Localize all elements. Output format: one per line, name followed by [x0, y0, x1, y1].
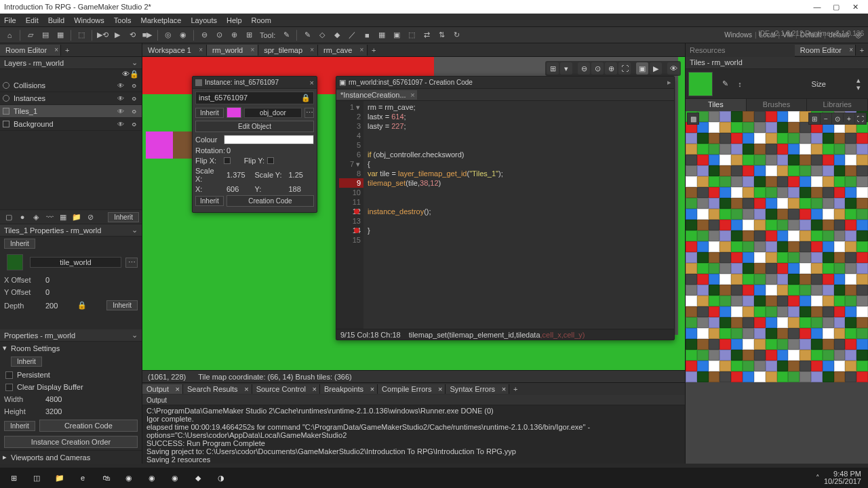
zoom-out-icon[interactable]: − — [821, 113, 831, 124]
zoom-out-icon[interactable]: ⊖ — [197, 28, 211, 42]
tab-breakpoints[interactable]: Breakpoints× — [320, 384, 378, 394]
edit-object-button[interactable]: Edit Object — [195, 121, 314, 132]
room-width-value[interactable]: 4800 — [45, 395, 62, 403]
lock-icon[interactable]: 🔒 — [77, 301, 87, 310]
file-explorer-icon[interactable]: 📁 — [49, 469, 71, 487]
select-icon[interactable]: ▦ — [375, 28, 389, 42]
add-tab-icon[interactable]: + — [856, 46, 868, 54]
flipy-checkbox[interactable] — [267, 157, 274, 164]
grid-dropdown-icon[interactable]: ▾ — [560, 62, 572, 75]
tab-room-editor-right[interactable]: Room Editor× — [795, 45, 856, 56]
flipx-checkbox[interactable] — [224, 157, 231, 164]
close-icon[interactable]: × — [849, 46, 853, 54]
close-icon[interactable]: × — [502, 385, 506, 393]
target-windows[interactable]: Windows — [724, 31, 752, 39]
lock-icon[interactable]: ⭘ — [130, 108, 139, 115]
add-bg-layer-icon[interactable]: ▢ — [3, 211, 15, 223]
add-tab-icon[interactable]: + — [368, 46, 380, 54]
add-tile-layer-icon[interactable]: ◈ — [30, 211, 42, 223]
visibility-icon[interactable]: 👁 — [116, 95, 125, 102]
target-icon[interactable]: ◎ — [161, 28, 175, 42]
grid-icon[interactable]: ⊞ — [809, 113, 820, 124]
new-icon[interactable]: ▱ — [24, 28, 37, 42]
lock-icon[interactable]: 🔒 — [301, 94, 311, 102]
lock-icon[interactable]: ⭘ — [130, 82, 139, 89]
tab-spr-tilemap[interactable]: spr_tilemap× — [258, 45, 318, 56]
close-icon[interactable]: × — [54, 46, 58, 54]
inherit-button[interactable]: Inherit — [4, 239, 35, 249]
scalex-value[interactable]: 1.375 — [224, 171, 252, 179]
output-log[interactable]: C:\ProgramData\GameMaker Studio 2\Cache\… — [142, 405, 685, 464]
tab-tiles[interactable]: Tiles — [686, 99, 747, 111]
room-props-header[interactable]: Properties - rm_world⌄ — [0, 329, 142, 342]
yoffset-value[interactable]: 0 — [45, 288, 50, 296]
zoom-reset-icon[interactable]: ⊙ — [832, 113, 843, 124]
room-height-value[interactable]: 3200 — [45, 407, 62, 415]
close-icon[interactable]: × — [310, 79, 314, 87]
close-icon[interactable]: × — [244, 385, 248, 393]
tray-up-icon[interactable]: ˄ — [816, 474, 820, 483]
colour-field[interactable] — [224, 135, 314, 144]
task-view-icon[interactable]: ◫ — [26, 469, 47, 487]
depth-value[interactable]: 200 — [45, 302, 58, 310]
zoom-out-icon[interactable]: ⊖ — [578, 62, 590, 75]
minimize-button[interactable]: — — [808, 1, 826, 13]
add-path-layer-icon[interactable]: 〰 — [43, 211, 56, 223]
inherit-button[interactable]: Inherit — [11, 357, 42, 367]
instance-name-field[interactable]: inst_65761097🔒 — [195, 92, 314, 104]
system-clock[interactable]: 9:48 PM10/25/2017 — [824, 470, 861, 485]
inheritance-icon[interactable]: ⬚ — [405, 28, 418, 42]
flip-h-icon[interactable]: ⇄ — [420, 28, 433, 42]
pencil-icon[interactable]: ✎ — [718, 77, 732, 91]
inherit-button[interactable]: Inherit — [195, 108, 224, 118]
gms-icon[interactable]: ◆ — [187, 469, 209, 487]
inherit-button[interactable]: Inherit — [195, 196, 224, 206]
visibility-icon[interactable]: 👁 — [116, 108, 125, 115]
layer-background[interactable]: Background👁⭘ — [0, 118, 142, 131]
code-editor[interactable]: 1▾234567▾89101112131415 rm = rm_cave; la… — [336, 101, 674, 329]
creation-code-button[interactable]: Creation Code — [39, 420, 138, 432]
add-asset-layer-icon[interactable]: ▦ — [57, 211, 69, 223]
views-icon[interactable]: 👁 — [667, 62, 679, 75]
maximize-button[interactable]: ▢ — [827, 1, 845, 13]
layer-instances[interactable]: Instances👁⭘ — [0, 92, 142, 105]
tab-libraries[interactable]: Libraries — [807, 99, 868, 111]
menu-windows[interactable]: Windows — [74, 16, 104, 24]
stop-icon[interactable]: ■▶ — [140, 28, 154, 42]
close-icon[interactable]: × — [310, 46, 314, 54]
line-icon[interactable]: ／ — [345, 28, 359, 42]
menu-file[interactable]: File — [4, 16, 16, 24]
close-icon[interactable]: × — [176, 385, 180, 393]
size-up-icon[interactable]: ▴ — [852, 77, 865, 83]
autotile-icon[interactable]: ▣ — [390, 28, 403, 42]
fit-icon[interactable]: ⛶ — [618, 62, 631, 75]
pencil-tool-icon[interactable]: ✎ — [279, 28, 293, 42]
tab-rm-world[interactable]: rm_world× — [207, 45, 258, 56]
close-icon[interactable]: × — [370, 385, 374, 393]
eraser-icon[interactable]: ◇ — [315, 28, 329, 42]
menu-build[interactable]: Build — [48, 16, 64, 24]
zoom-in-icon[interactable]: ⊕ — [227, 28, 241, 42]
persistent-checkbox[interactable] — [5, 371, 13, 379]
expand-icon[interactable]: ▾ — [3, 344, 7, 352]
inherit-button[interactable]: Inherit — [106, 300, 138, 310]
flip-v-icon[interactable]: ⇅ — [435, 28, 448, 42]
fill-icon[interactable]: ◆ — [330, 28, 344, 42]
menu-room[interactable]: Room — [252, 16, 271, 24]
object-dropdown-icon[interactable]: ⋯ — [304, 108, 314, 118]
store-icon[interactable]: 🛍 — [95, 469, 117, 487]
rotation-value[interactable]: 0 — [224, 146, 314, 155]
close-icon[interactable]: × — [313, 385, 317, 393]
tile-props-header[interactable]: Tiles_1 Properties - rm_world⌄ — [0, 224, 142, 237]
move-icon[interactable]: ↕ — [733, 77, 747, 91]
tab-brushes[interactable]: Brushes — [747, 99, 808, 111]
play-anim-icon[interactable]: ▣ — [636, 62, 648, 75]
delete-layer-icon[interactable]: ⊘ — [84, 211, 96, 223]
zoom-in-icon[interactable]: ⊕ — [605, 62, 617, 75]
object-field[interactable]: obj_door — [244, 108, 302, 118]
home-icon[interactable]: ⌂ — [3, 28, 16, 42]
visibility-icon[interactable]: 👁 — [116, 121, 125, 128]
tab-compile-errors[interactable]: Compile Errors× — [378, 384, 446, 394]
tab-search-results[interactable]: Search Results× — [183, 384, 252, 394]
app-icon[interactable]: ◑ — [210, 469, 232, 487]
